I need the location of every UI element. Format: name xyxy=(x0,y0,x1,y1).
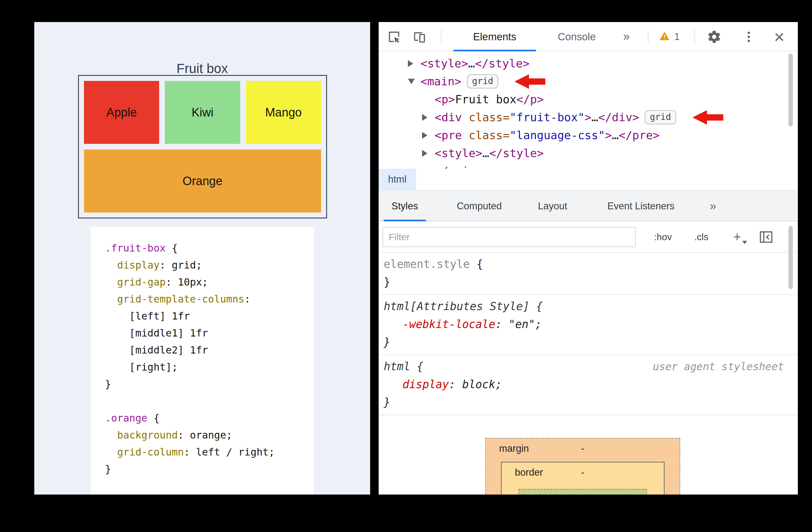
token: "en" xyxy=(508,318,535,331)
token: { xyxy=(470,258,483,270)
inspect-element-icon[interactable] xyxy=(387,30,401,44)
box-model-padding[interactable] xyxy=(519,489,647,494)
token: class= xyxy=(462,129,510,142)
token: "language-css" xyxy=(509,129,605,142)
code-line: [middle2] 1fr xyxy=(105,341,314,359)
dom-tree-row[interactable]: <main>grid xyxy=(379,72,798,90)
box-model-border[interactable]: border - xyxy=(501,462,665,494)
token xyxy=(105,293,117,305)
device-toolbar-icon[interactable] xyxy=(412,30,426,44)
code-line: [left] 1fr xyxy=(105,308,314,324)
breadcrumb-html[interactable]: html xyxy=(379,169,416,190)
code-line: [right]; xyxy=(105,359,314,376)
fruit-cell-kiwi: Kiwi xyxy=(165,81,240,144)
styles-pane: element.style {}html[Attributes Style] {… xyxy=(379,253,798,494)
disclosure-closed-icon[interactable] xyxy=(422,150,435,157)
token: : xyxy=(244,293,250,305)
toggle-hov-button[interactable]: :hov xyxy=(649,221,677,253)
tab-elements-label: Elements xyxy=(473,31,517,43)
token: element.style xyxy=(384,258,470,270)
token: </p> xyxy=(517,93,544,106)
token: <pre xyxy=(435,129,462,142)
dom-tree-row[interactable]: <p>Fruit box</p> xyxy=(379,90,798,108)
token xyxy=(105,259,117,271)
style-rule-line[interactable]: element.style { xyxy=(379,255,798,273)
warning-icon xyxy=(659,31,670,43)
warning-indicator[interactable]: 1 xyxy=(655,22,694,51)
styles-filter-input[interactable] xyxy=(382,227,636,247)
tab-console[interactable]: Console xyxy=(545,22,608,51)
token: "fruit-box" xyxy=(509,111,584,124)
tab-layout-label: Layout xyxy=(538,200,567,212)
toggle-sidebar-icon[interactable] xyxy=(758,229,774,244)
grid-badge[interactable]: grid xyxy=(467,74,498,88)
tab-styles[interactable]: Styles xyxy=(382,191,428,221)
token: … xyxy=(592,111,598,124)
token: [middle2] 1fr xyxy=(105,344,208,356)
fruit-demo-page: Fruit box Apple Kiwi Mango Orange .fruit… xyxy=(34,22,370,494)
style-rule-line[interactable]: } xyxy=(379,333,798,351)
token: Fruit box xyxy=(455,93,517,106)
kebab-menu-icon[interactable] xyxy=(741,29,757,45)
more-tabs-chevron[interactable]: » xyxy=(617,22,636,51)
settings-gear-icon[interactable] xyxy=(706,29,722,45)
styles-scrollbar[interactable] xyxy=(788,226,793,289)
tab-elements[interactable]: Elements xyxy=(453,22,536,51)
token: { xyxy=(166,242,178,254)
disclosure-closed-icon[interactable] xyxy=(408,60,420,67)
token: html[Attributes Style] { xyxy=(384,300,543,312)
token xyxy=(105,429,117,441)
box-model-margin[interactable]: margin - border - xyxy=(485,438,680,494)
tab-layout[interactable]: Layout xyxy=(529,191,576,221)
code-line: grid-gap: 10px; xyxy=(105,274,314,291)
style-rule-line[interactable]: display: block; xyxy=(379,376,798,393)
new-style-rule-button[interactable]: + xyxy=(727,221,747,253)
devtools-toolbar: Elements Console » 1 × xyxy=(379,22,798,51)
token: [middle1] 1fr xyxy=(105,327,208,339)
grid-badge[interactable]: grid xyxy=(645,110,676,124)
disclosure-closed-icon[interactable] xyxy=(422,114,435,121)
code-line xyxy=(105,393,314,409)
toolbar-divider xyxy=(648,30,649,44)
tab-event-listeners[interactable]: Event Listeners xyxy=(597,191,684,221)
dom-tree: <style>…</style><main>grid<p>Fruit box</… xyxy=(379,52,798,169)
style-rule-line[interactable]: html[Attributes Style] { xyxy=(379,297,798,316)
style-rule-line[interactable]: -webkit-locale: "en"; xyxy=(379,316,798,333)
close-devtools-icon[interactable]: × xyxy=(768,22,791,51)
disclosure-open-icon[interactable] xyxy=(408,79,420,84)
toolbar-divider xyxy=(694,30,695,44)
token: } xyxy=(105,463,111,475)
token xyxy=(105,276,117,288)
code-line: background: orange; xyxy=(105,426,314,444)
disclosure-closed-icon[interactable] xyxy=(422,132,435,139)
dom-tree-row[interactable]: <style>…</style> xyxy=(379,144,798,162)
token: } xyxy=(384,396,390,409)
token: > xyxy=(605,129,612,142)
code-line: grid-template-columns: xyxy=(105,291,314,308)
tab-computed-label: Computed xyxy=(456,200,502,212)
warning-count: 1 xyxy=(674,31,680,42)
dom-tree-row[interactable]: <div class="fruit-box">…</div>grid xyxy=(379,108,798,126)
dom-tree-scrollbar[interactable] xyxy=(788,54,793,127)
fruit-cell-orange: Orange xyxy=(84,150,321,212)
style-rule-line[interactable]: } xyxy=(379,273,798,291)
dom-tree-row[interactable]: <pre class="language-css">…</pre> xyxy=(379,126,798,144)
more-panels-chevron[interactable]: » xyxy=(702,191,724,221)
token: </main> xyxy=(435,165,482,169)
token: block xyxy=(462,378,495,391)
dom-tree-row[interactable]: <style>…</style> xyxy=(379,54,798,72)
token: <p> xyxy=(435,93,455,106)
plus-label: + xyxy=(734,229,741,244)
fruit-cell-apple: Apple xyxy=(84,81,159,144)
tab-computed[interactable]: Computed xyxy=(453,191,506,221)
page-title: Fruit box xyxy=(34,61,370,76)
tab-console-label: Console xyxy=(557,31,596,43)
dom-tree-row[interactable]: </main> xyxy=(379,162,798,169)
margin-top-value[interactable]: - xyxy=(486,443,680,454)
border-top-value[interactable]: - xyxy=(502,467,664,478)
code-line: display: grid; xyxy=(105,256,314,274)
style-rule-line[interactable]: } xyxy=(379,393,798,411)
toggle-cls-button[interactable]: .cls xyxy=(687,221,715,253)
token: } xyxy=(384,336,390,349)
token: } xyxy=(384,276,390,288)
